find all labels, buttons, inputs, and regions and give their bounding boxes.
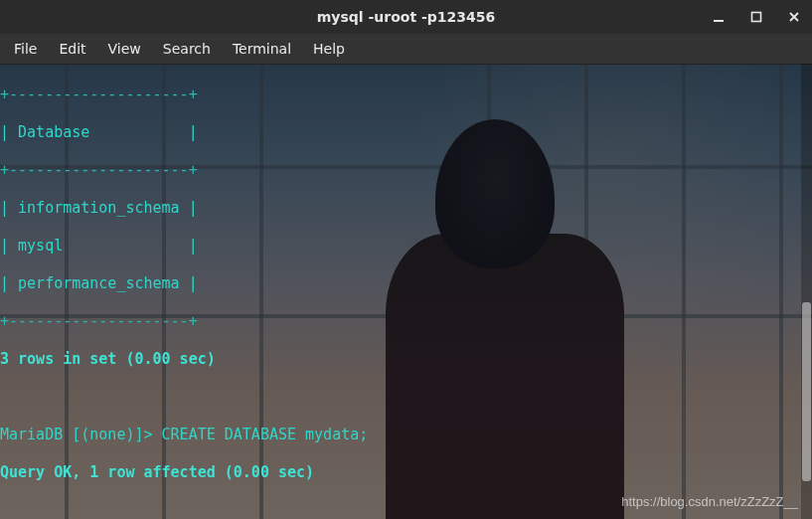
- menu-bar: File Edit View Search Terminal Help: [0, 34, 812, 65]
- table-header: | Database |: [0, 123, 812, 142]
- scrollbar-thumb[interactable]: [802, 302, 811, 481]
- menu-search[interactable]: Search: [153, 37, 221, 61]
- maximize-icon: [750, 11, 762, 23]
- title-bar[interactable]: mysql -uroot -p123456: [0, 0, 812, 34]
- close-button[interactable]: [780, 4, 808, 30]
- terminal-area[interactable]: +--------------------+ | Database | +---…: [0, 65, 812, 519]
- sql-command-line: MariaDB [(none)]> CREATE DATABASE mydata…: [0, 426, 812, 444]
- menu-help[interactable]: Help: [303, 37, 355, 61]
- minimize-button[interactable]: [705, 4, 732, 30]
- menu-terminal[interactable]: Terminal: [223, 37, 301, 61]
- table-row: | information_schema |: [0, 199, 812, 218]
- table-row: | performance_schema |: [0, 274, 812, 293]
- blank-line: [0, 388, 812, 407]
- svg-rect-1: [752, 13, 761, 22]
- table-row: | mysql |: [0, 237, 812, 256]
- terminal-window: mysql -uroot -p123456 File Edit View S: [0, 0, 812, 519]
- window-controls: [705, 0, 808, 34]
- menu-view[interactable]: View: [98, 37, 151, 61]
- scrollbar-track[interactable]: [801, 64, 812, 519]
- svg-rect-0: [714, 20, 724, 22]
- close-icon: [788, 11, 800, 23]
- rows-summary: 3 rows in set (0.00 sec): [0, 350, 812, 369]
- table-border: +--------------------+: [0, 161, 812, 180]
- table-border: +--------------------+: [0, 312, 812, 331]
- maximize-button[interactable]: [742, 4, 770, 30]
- blank-line: [0, 501, 812, 519]
- minimize-icon: [713, 11, 725, 23]
- table-border: +--------------------+: [0, 86, 812, 104]
- query-ok: Query OK, 1 row affected (0.00 sec): [0, 463, 812, 482]
- menu-file[interactable]: File: [4, 37, 47, 61]
- terminal-viewport: +--------------------+ | Database | +---…: [0, 65, 812, 519]
- window-title: mysql -uroot -p123456: [0, 9, 812, 25]
- menu-edit[interactable]: Edit: [49, 37, 95, 61]
